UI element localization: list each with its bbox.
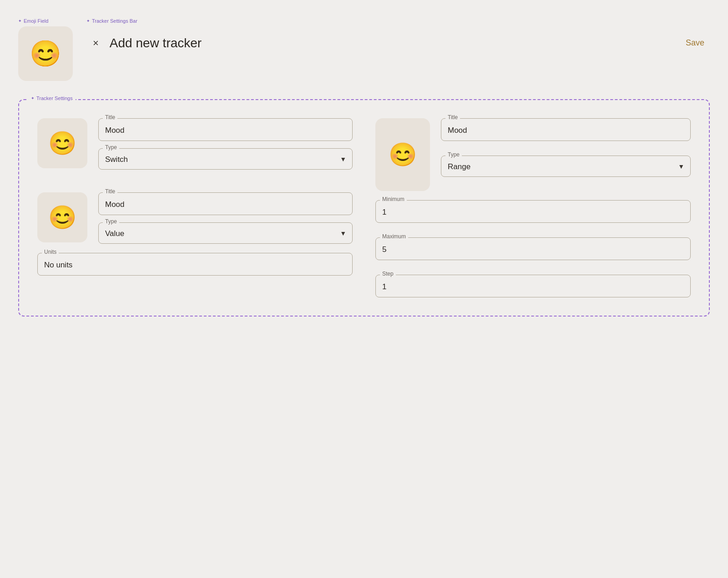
tracker-settings-section: Tracker Settings 😊 Title Type [18,99,710,317]
tracker1-type-select[interactable]: Switch Value Range [98,148,353,170]
tracker3-type-label: Type [445,151,462,158]
save-button[interactable]: Save [680,35,710,50]
step-input[interactable] [375,275,691,297]
tracker-settings-annotation: Tracker Settings [28,95,76,101]
tracker1-title-group: Title [98,118,353,141]
tracker3-emoji[interactable]: 😊 [375,118,430,191]
tracker3-title-label: Title [445,114,460,121]
tracker3-title-group: Title [441,118,691,141]
tracker-row-switch: 😊 Title Type Switch Value Range [37,118,353,170]
tracker2-title-label: Title [103,188,117,195]
tracker1-emoji[interactable]: 😊 [37,118,87,168]
right-column: 😊 Title Type Switch Value Range [375,118,691,297]
tracker2-units-label: Units [42,249,59,255]
tracker1-type-label: Type [103,144,119,151]
tracker2-type-label: Type [103,218,119,225]
tracker2-units-group: Units [37,253,353,276]
step-label: Step [380,271,396,277]
range-extra-fields: Minimum Maximum Step [375,200,691,297]
tracker3-title-input[interactable] [441,118,691,141]
emoji-field[interactable]: 😊 [18,26,73,81]
tracker-row-range: 😊 Title Type Switch Value Range [375,118,691,191]
tracker2-block: 😊 Title Type Switch Value [37,192,353,276]
maximum-group: Maximum [375,237,691,260]
tracker2-title-input[interactable] [98,192,353,215]
tracker-row-value: 😊 Title Type Switch Value [37,192,353,244]
tracker2-type-group: Type Switch Value Range ▼ [98,222,353,244]
tracker3-type-select[interactable]: Switch Value Range [441,156,691,177]
tracker2-type-select[interactable]: Switch Value Range [98,222,353,244]
minimum-label: Minimum [380,196,407,202]
tracker3-type-group: Type Switch Value Range ▼ [441,156,691,177]
tracker1-title-input[interactable] [98,118,353,141]
close-button[interactable]: × [91,36,101,50]
maximum-label: Maximum [380,233,408,240]
left-column: 😊 Title Type Switch Value Range [37,118,353,297]
tracker1-title-label: Title [103,114,117,121]
tracker2-emoji[interactable]: 😊 [37,192,87,242]
minimum-group: Minimum [375,200,691,223]
emoji-field-annotation: Emoji Field [18,18,73,24]
tracker-settings-bar: × Add new tracker Save [86,26,710,55]
tracker2-title-group: Title [98,192,353,215]
tracker-bar-title: Add new tracker [110,36,671,50]
emoji-display: 😊 [30,39,61,69]
tracker1-type-group: Type Switch Value Range ▼ [98,148,353,170]
step-group: Step [375,275,691,297]
maximum-input[interactable] [375,237,691,260]
tracker-settings-bar-annotation: Tracker Settings Bar [86,18,710,24]
minimum-input[interactable] [375,200,691,223]
tracker2-units-input[interactable] [37,253,353,276]
